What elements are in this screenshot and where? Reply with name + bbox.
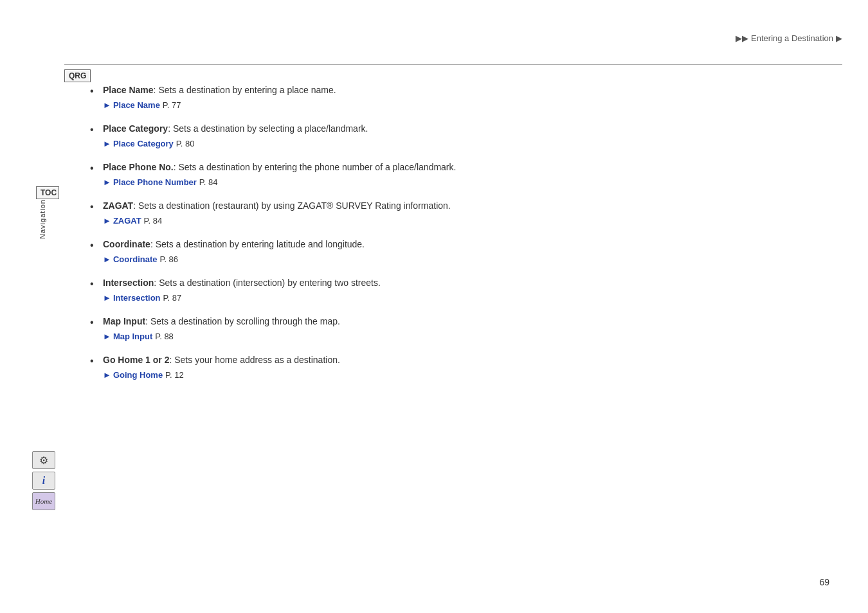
- item-desc-place-category: : Sets a destination by selecting a plac…: [168, 123, 368, 134]
- item-title-place-phone: Place Phone No.: [103, 162, 174, 172]
- link-icon-go-home: ►: [103, 370, 111, 380]
- link-text-place-name[interactable]: Place Name: [113, 100, 160, 110]
- list-item: Place Name: Sets a destination by enteri…: [90, 84, 829, 112]
- link-icon-map-input: ►: [103, 332, 111, 341]
- toc-button[interactable]: TOC: [36, 186, 59, 199]
- link-icon-place-name: ►: [103, 100, 111, 110]
- home-icon: Home: [35, 497, 52, 505]
- page-ref-place-name: P. 77: [163, 100, 181, 110]
- link-ref-place-name[interactable]: ►Place Name P. 77: [103, 98, 829, 112]
- item-desc-intersection: : Sets a destination (intersection) by e…: [154, 278, 381, 288]
- link-ref-place-phone[interactable]: ►Place Phone Number P. 84: [103, 175, 829, 189]
- item-desc-place-phone: : Sets a destination by entering the pho…: [174, 162, 457, 172]
- link-icon-intersection: ►: [103, 293, 111, 303]
- link-text-place-phone[interactable]: Place Phone Number: [113, 177, 197, 187]
- item-desc-go-home: : Sets your home address as a destinatio…: [169, 355, 339, 365]
- page-number: 69: [819, 577, 829, 587]
- page-ref-place-category: P. 80: [176, 139, 195, 148]
- qrg-button[interactable]: QRG: [64, 69, 91, 82]
- item-title-place-category: Place Category: [103, 123, 168, 134]
- link-ref-go-home[interactable]: ►Going Home P. 12: [103, 368, 829, 382]
- link-ref-place-category[interactable]: ►Place Category P. 80: [103, 137, 829, 150]
- navigation-label: Navigation: [39, 199, 46, 239]
- list-item: Map Input: Sets a destination by scrolli…: [90, 315, 829, 343]
- item-title-intersection: Intersection: [103, 278, 154, 288]
- page-ref-go-home: P. 12: [165, 370, 184, 380]
- link-ref-coordinate[interactable]: ►Coordinate P. 86: [103, 253, 829, 266]
- link-icon-place-phone: ►: [103, 177, 111, 187]
- list-item: ZAGAT: Sets a destination (restaurant) b…: [90, 199, 829, 227]
- top-divider: [64, 64, 842, 65]
- breadcrumb-arrow-end: ▶: [836, 33, 842, 43]
- link-ref-zagat[interactable]: ►ZAGAT P. 84: [103, 214, 829, 227]
- page-ref-coordinate: P. 86: [159, 254, 178, 264]
- gear-icon: ⚙: [39, 454, 48, 466]
- page-ref-intersection: P. 87: [163, 293, 181, 303]
- breadcrumb-arrows: ▶▶: [736, 33, 748, 43]
- link-ref-intersection[interactable]: ►Intersection P. 87: [103, 291, 829, 305]
- link-text-zagat[interactable]: ZAGAT: [113, 216, 141, 226]
- link-icon-place-category: ►: [103, 139, 111, 148]
- list-item: Go Home 1 or 2: Sets your home address a…: [90, 353, 829, 382]
- breadcrumb-text: Entering a Destination: [751, 33, 833, 43]
- item-desc-coordinate: : Sets a destination by entering latitud…: [150, 239, 365, 249]
- link-text-go-home[interactable]: Going Home: [113, 370, 163, 380]
- link-text-intersection[interactable]: Intersection: [113, 293, 161, 303]
- item-desc-map-input: : Sets a destination by scrolling throug…: [145, 316, 340, 326]
- list-item: Intersection: Sets a destination (inters…: [90, 276, 829, 305]
- link-text-coordinate[interactable]: Coordinate: [113, 254, 158, 264]
- list-item: Place Category: Sets a destination by se…: [90, 122, 829, 150]
- page-ref-place-phone: P. 84: [199, 177, 218, 187]
- breadcrumb: ▶▶ Entering a Destination ▶: [736, 33, 842, 43]
- info-icon: i: [42, 475, 45, 486]
- link-icon-zagat: ►: [103, 216, 111, 226]
- home-icon-button[interactable]: Home: [32, 492, 55, 510]
- link-icon-coordinate: ►: [103, 254, 111, 264]
- link-text-place-category[interactable]: Place Category: [113, 139, 174, 148]
- item-desc-zagat: : Sets a destination (restaurant) by usi…: [133, 200, 451, 211]
- link-text-map-input[interactable]: Map Input: [113, 332, 152, 341]
- item-title-coordinate: Coordinate: [103, 239, 150, 249]
- destination-list: Place Name: Sets a destination by enteri…: [90, 84, 829, 382]
- item-title-go-home: Go Home 1 or 2: [103, 355, 169, 365]
- item-title-map-input: Map Input: [103, 316, 145, 326]
- page-ref-zagat: P. 84: [144, 216, 163, 226]
- bottom-icon-bar: ⚙ i Home: [32, 451, 55, 510]
- list-item: Place Phone No.: Sets a destination by e…: [90, 161, 829, 189]
- info-icon-button[interactable]: i: [32, 472, 55, 490]
- settings-icon-button[interactable]: ⚙: [32, 451, 55, 469]
- item-desc-place-name: : Sets a destination by entering a place…: [154, 85, 336, 95]
- item-title-zagat: ZAGAT: [103, 200, 133, 211]
- list-item: Coordinate: Sets a destination by enteri…: [90, 238, 829, 266]
- main-content: Place Name: Sets a destination by enteri…: [90, 84, 829, 392]
- item-title-place-name: Place Name: [103, 85, 154, 95]
- link-ref-map-input[interactable]: ►Map Input P. 88: [103, 330, 829, 343]
- page-ref-map-input: P. 88: [155, 332, 174, 341]
